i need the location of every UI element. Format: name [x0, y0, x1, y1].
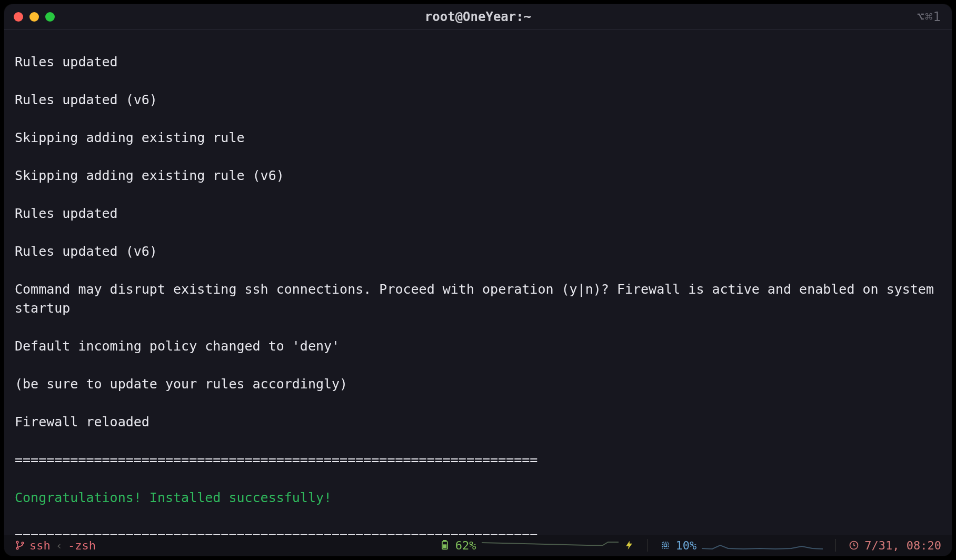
svg-point-2	[22, 542, 24, 544]
cpu-percent: 10%	[676, 539, 697, 552]
status-separator: ‹	[56, 539, 63, 552]
cpu-icon	[660, 540, 671, 551]
output-line: Skipping adding existing rule (v6)	[15, 166, 941, 185]
success-message: Congratulations! Installed successfully!	[15, 488, 941, 507]
svg-point-0	[16, 541, 18, 543]
output-line: Rules updated (v6)	[15, 91, 941, 109]
clock-icon	[849, 540, 859, 551]
terminal-output[interactable]: Rules updated Rules updated (v6) Skippin…	[15, 34, 941, 535]
status-divider	[647, 539, 648, 552]
status-cpu: 10%	[660, 539, 823, 552]
status-battery: 62%	[440, 539, 634, 552]
charging-icon	[624, 540, 634, 551]
status-shell: -zsh	[68, 539, 96, 552]
cpu-sparkline	[702, 540, 823, 551]
svg-rect-4	[443, 541, 446, 542]
output-line: Rules updated	[15, 204, 941, 223]
window-title: root@OneYear:~	[4, 9, 952, 24]
battery-sparkline	[482, 540, 619, 551]
output-line: (be sure to update your rules accordingl…	[15, 375, 941, 394]
battery-icon	[440, 540, 450, 551]
status-session-name: ssh	[29, 539, 51, 552]
status-divider	[835, 539, 836, 552]
svg-rect-6	[662, 542, 669, 548]
datetime-text: 7/31, 08:20	[864, 539, 941, 552]
output-line: Rules updated	[15, 53, 941, 72]
svg-point-1	[16, 547, 18, 549]
output-line: Command may disrupt existing ssh connect…	[15, 280, 941, 318]
output-line: Rules updated (v6)	[15, 242, 941, 261]
svg-rect-5	[443, 544, 446, 548]
output-line: Firewall reloaded	[15, 413, 941, 432]
status-datetime: 7/31, 08:20	[849, 539, 941, 552]
statusbar: ssh ‹ -zsh 62% 10%	[4, 535, 952, 556]
terminal-window: root@OneYear:~ ⌥⌘1 Rules updated Rules u…	[4, 4, 952, 556]
battery-percent: 62%	[455, 539, 476, 552]
output-line: Default incoming policy changed to 'deny…	[15, 337, 941, 356]
status-session: ssh ‹ -zsh	[15, 539, 96, 552]
svg-rect-7	[664, 544, 666, 547]
output-line: Skipping adding existing rule	[15, 128, 941, 147]
git-branch-icon	[15, 540, 25, 551]
divider-line: ========================================…	[15, 451, 941, 469]
titlebar: root@OneYear:~ ⌥⌘1	[4, 4, 952, 30]
window-shortcut-hint: ⌥⌘1	[917, 9, 941, 24]
